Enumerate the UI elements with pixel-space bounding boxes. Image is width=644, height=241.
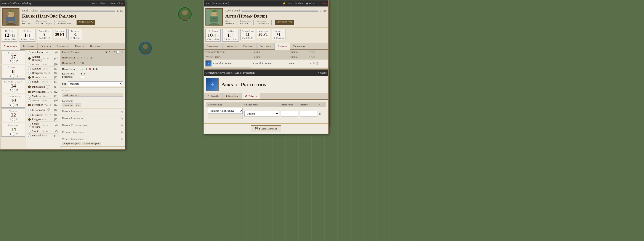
condition-immunities-edit-icon[interactable]: ✎: [121, 131, 123, 134]
skill-persuasion-check[interactable]: [28, 114, 31, 116]
aoth-hp-max-label: +Max: [214, 38, 219, 41]
death-save-val2: 0: [96, 68, 98, 71]
key-path-input[interactable]: data.bonuses.abilities.save: [208, 115, 243, 119]
lay-on-hands-header: Lay oN Hands SR 5 / 5 LR: [60, 50, 125, 55]
aoth-tab-effects[interactable]: Effects: [275, 43, 290, 50]
krusk-dae-btn[interactable]: DAE: [92, 2, 97, 5]
aoth-xp-display: 0 / 300: [320, 10, 326, 12]
skill-perception-check[interactable]: [28, 104, 31, 106]
skill-religion-check[interactable]: [28, 118, 31, 121]
aoth-token-btn[interactable]: ⬟ Token: [306, 2, 315, 5]
krusk-tab-inventory[interactable]: Inventory: [20, 43, 38, 49]
delete-row-icon[interactable]: 🗑: [319, 112, 322, 115]
krusk-header: Level 1 Paladin 0 / 300 Krusk (Half-Orc …: [0, 7, 125, 28]
krusk-tab-biography[interactable]: Biography: [87, 43, 105, 49]
skill-nature-check[interactable]: [28, 99, 31, 102]
skill-animal-handling-check[interactable]: [28, 57, 31, 60]
skill-stealth-check[interactable]: [28, 130, 31, 133]
size-select[interactable]: Medium Small Large: [68, 81, 123, 86]
damage-immunities-label: Damage Immunities: [62, 110, 82, 113]
weapon-prof-section: Weapon Proficiencies Simple Weapons Mart…: [60, 136, 125, 147]
krusk-hp-current: 12: [4, 32, 10, 38]
krusk-wis-save[interactable]: [12, 118, 15, 121]
krusk-tab-features[interactable]: Features: [38, 43, 54, 49]
svg-point-2: [184, 12, 184, 13]
krusk-dex-save[interactable]: [12, 75, 15, 78]
aoth-tab-spellbook[interactable]: Spellbook: [257, 43, 275, 49]
krusk-titlebar: Krusk (Half-Orc Paladin) DAE Sheet Token…: [0, 1, 125, 7]
effect-table-header: Attribute Key Change Mode Effect Value P…: [206, 102, 326, 107]
skill-arcana-check[interactable]: [28, 63, 31, 66]
configure-tab-duration[interactable]: ℹ Duration: [222, 93, 242, 99]
krusk-wis-score: 12: [2, 112, 24, 118]
aura-trash-icon[interactable]: 🗑: [316, 62, 319, 65]
priority-input[interactable]: 20: [300, 111, 317, 116]
skill-medicine-check[interactable]: [28, 95, 31, 98]
aoth-sheet-btn[interactable]: ⚙ Sheet: [294, 2, 304, 5]
inspiration-checkbox[interactable]: [81, 76, 84, 78]
skill-insight-check[interactable]: [28, 81, 31, 83]
krusk-xp-display: 0 / 300: [116, 10, 123, 12]
change-mode-select[interactable]: Custom Add Multiply Override Downgrade U…: [244, 111, 279, 116]
damage-immunities-edit-icon[interactable]: ✎: [121, 110, 123, 114]
change-mode-header: Change Mode: [244, 103, 279, 106]
svg-rect-16: [210, 17, 218, 22]
skill-performance-check[interactable]: [28, 109, 31, 111]
resource3-max: 0: [82, 61, 84, 65]
skill-acrobatics-check[interactable]: [28, 51, 31, 54]
krusk-char-name: Krusk (Half-Orc Paladin): [22, 13, 123, 19]
configure-tab-effects[interactable]: ⚙ Effects: [242, 93, 260, 99]
krusk-con-save[interactable]: [12, 89, 15, 92]
armor-prof-edit-icon[interactable]: ✎: [121, 148, 123, 149]
resource2-header: Resource 2 SR 0 / 0 LR: [60, 55, 125, 60]
krusk-close-btn[interactable]: Close: [118, 2, 123, 5]
krusk-int-save[interactable]: [12, 104, 15, 107]
krusk-dex-score: 8: [2, 68, 24, 74]
skill-investigation-check[interactable]: [28, 91, 31, 93]
skill-deception-check[interactable]: [28, 72, 31, 75]
weapon-prof-edit-icon[interactable]: ✎: [121, 137, 123, 141]
aoth-tab-attributes[interactable]: Attributes: [204, 43, 222, 49]
aura-edit-icon[interactable]: ✎: [312, 62, 315, 65]
krusk-tab-effects[interactable]: Effects: [72, 43, 87, 49]
aoth-dae-btn[interactable]: ⚡ DAE: [283, 2, 292, 5]
skill-nature: Nature Int +0 (10): [28, 99, 58, 103]
skill-intimidation-check[interactable]: [28, 86, 31, 88]
krusk-hp-stat: Hit Points 12 / 12 +Temp +Max: [2, 29, 17, 42]
skill-history-check[interactable]: [28, 76, 31, 79]
krusk-cha-save-mod: +4: [16, 132, 18, 136]
damage-resistances-edit-icon[interactable]: ✎: [121, 117, 123, 121]
aura-delete-icon[interactable]: ✕: [309, 62, 312, 65]
krusk-dexterity-block: Dexterity 8 -1 -1: [1, 65, 25, 79]
aoth-tab-inventory[interactable]: Inventory: [222, 43, 240, 49]
skill-athletics-check[interactable]: [28, 68, 31, 70]
skill-sleight-check[interactable]: [28, 124, 31, 127]
aoth-close-btn[interactable]: ✕ Close: [318, 2, 326, 5]
krusk-tab-spellbook[interactable]: Spellbook: [54, 43, 72, 49]
skill-stealth: Stealth Dex -1 (9): [28, 129, 58, 134]
aoth-tab-features[interactable]: Features: [240, 43, 257, 49]
aoth-tab-biography[interactable]: Biography: [290, 43, 308, 49]
effect-value-input[interactable]: + 2: [281, 111, 298, 116]
lay-lr-checkbox[interactable]: [116, 51, 119, 54]
configure-tab-details[interactable]: 🗒 Details: [204, 93, 222, 99]
krusk-cha-save[interactable]: [12, 133, 15, 136]
passive-effects-add-btn[interactable]: + Add: [309, 55, 316, 59]
damage-vulnerabilities-edit-icon[interactable]: ✎: [121, 124, 123, 128]
lay-sr-label: SR: [105, 51, 108, 54]
krusk-token-btn[interactable]: Token: [108, 2, 115, 5]
krusk-tab-attributes[interactable]: Attributes: [0, 43, 20, 50]
configure-close-btn[interactable]: ✕ Close: [317, 71, 326, 75]
attr-key-select[interactable]: Bonuses Abilities Save: [208, 108, 243, 114]
attr-key-header: Attribute Key: [208, 103, 243, 106]
skill-survival-check[interactable]: [28, 134, 31, 137]
temp-effects-add-btn[interactable]: + Add: [309, 51, 316, 54]
resource2-sr: SR: [76, 57, 79, 59]
token-krusk[interactable]: [177, 7, 192, 22]
token-aoth-1[interactable]: [138, 41, 152, 55]
submit-changes-btn[interactable]: 💾 Submit Changes: [251, 125, 281, 132]
krusk-sheet-btn[interactable]: Sheet: [100, 2, 106, 5]
krusk-str-save[interactable]: [12, 60, 15, 63]
temp-effects-label: Temporary Effects: [204, 50, 251, 55]
lay-current: 5: [109, 51, 110, 54]
